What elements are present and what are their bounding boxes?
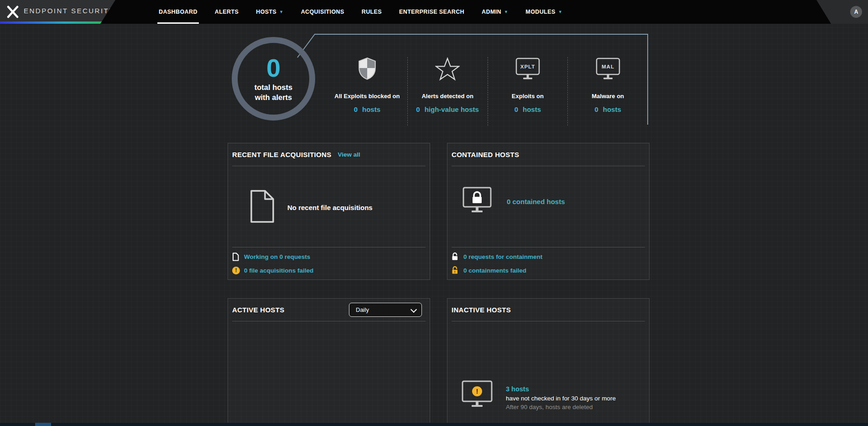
empty-state: No recent file acquisitions — [249, 189, 430, 226]
nav-item-modules-label: MODULES — [525, 9, 555, 15]
containment-requests-link[interactable]: 0 requests for containment — [463, 253, 542, 260]
nav-item-alerts[interactable]: ALERTS — [215, 0, 239, 24]
svg-text:!: ! — [454, 270, 456, 274]
monitor-xplt-icon: XPLT — [488, 57, 568, 85]
stat-unit: high-value hosts — [425, 105, 479, 113]
failed-acquisitions-link[interactable]: 0 file acquisitions failed — [244, 267, 313, 274]
open-lock-warning-icon: ! — [452, 266, 461, 275]
inactive-hosts-line1: have not checked in for 30 days or more — [506, 395, 616, 402]
monitor-warning-icon: ! — [461, 380, 493, 411]
failed-containments-link[interactable]: 0 containments failed — [463, 267, 526, 274]
stat-value: 0 — [416, 105, 420, 113]
stat-alerts-detected: Alerts detected on 0high-value hosts — [407, 57, 488, 126]
stat-exploits-blocked: All Exploits blocked on 0hosts — [327, 57, 407, 126]
working-requests-row: Working on 0 requests — [232, 252, 426, 261]
nav-item-modules[interactable]: MODULES ▼ — [525, 0, 562, 24]
card-title: ACTIVE HOSTS — [232, 306, 284, 314]
nav-item-acquisitions-label: ACQUISITIONS — [301, 9, 344, 15]
nav-item-admin[interactable]: ADMIN ▼ — [482, 0, 508, 24]
brand-gradient-bar — [0, 21, 107, 24]
divider — [452, 247, 645, 247]
shield-icon — [327, 57, 407, 85]
stat-malware-on-hosts: MAL Malware on 0hosts — [567, 57, 648, 126]
failed-containments-row: ! 0 containments failed — [452, 266, 645, 275]
inactive-hosts-count-link[interactable]: 3 hosts — [506, 385, 616, 393]
nav-item-admin-label: ADMIN — [482, 9, 501, 15]
stat-value-link[interactable]: 0hosts — [327, 105, 407, 113]
inactive-hosts-line2: After 90 days, hosts are deleted — [506, 404, 616, 410]
card-header: INACTIVE HOSTS — [447, 299, 649, 321]
nav-item-rules[interactable]: RULES — [362, 0, 382, 24]
nav-item-hosts[interactable]: HOSTS ▼ — [256, 0, 283, 24]
stat-label: All Exploits blocked on — [327, 93, 407, 100]
stat-value: 0 — [515, 105, 518, 113]
chevron-down-icon: ▼ — [504, 10, 508, 14]
nav-item-enterprise-search-label: ENTERPRISE SEARCH — [399, 9, 464, 15]
nav-item-dashboard-label: DASHBOARD — [159, 9, 198, 15]
card-footer: Working on 0 requests ! 0 file acquisiti… — [232, 247, 426, 275]
stat-value-link[interactable]: 0high-value hosts — [408, 105, 488, 113]
stat-value-link[interactable]: 0hosts — [488, 105, 568, 113]
stat-unit: hosts — [362, 105, 380, 113]
recent-file-acquisitions-card: RECENT FILE ACQUISITIONS View all No rec… — [228, 143, 430, 280]
file-icon — [232, 252, 241, 261]
main-menu: DASHBOARD ALERTS HOSTS ▼ ACQUISITIONS RU… — [159, 0, 562, 24]
divider — [452, 321, 645, 321]
chevron-down-icon: ▼ — [558, 10, 562, 14]
stat-value: 0 — [354, 105, 358, 113]
footer-scrollbar-thumb[interactable] — [35, 423, 51, 426]
contained-hosts-body: 0 contained hosts — [462, 186, 649, 216]
monitor-mal-icon: MAL — [568, 57, 648, 85]
period-select[interactable]: Daily — [349, 303, 422, 317]
period-select-wrap: Daily — [349, 303, 422, 317]
chevron-down-icon: ▼ — [279, 10, 283, 14]
divider — [452, 166, 645, 166]
stat-exploits-on-hosts: XPLT Exploits on 0hosts — [488, 57, 568, 126]
endpoint-security-dashboard: ENDPOINT SECURITY DASHBOARD ALERTS HOSTS… — [0, 0, 868, 426]
stat-label: Alerts detected on — [408, 93, 488, 100]
ring-label-line2: with alerts — [255, 93, 292, 101]
total-alerts-ring: 0 total hosts with alerts — [232, 37, 315, 121]
footer-strip — [0, 423, 868, 426]
divider — [232, 247, 426, 247]
failed-acquisitions-row: ! 0 file acquisitions failed — [232, 266, 426, 275]
monitor-lock-icon — [462, 186, 492, 216]
monitor-badge-text: XPLT — [520, 64, 535, 69]
top-nav: ENDPOINT SECURITY DASHBOARD ALERTS HOSTS… — [0, 0, 868, 24]
containment-requests-row: 0 requests for containment — [452, 252, 645, 261]
nav-item-rules-label: RULES — [362, 9, 382, 15]
view-all-link[interactable]: View all — [338, 151, 360, 158]
contained-hosts-link[interactable]: 0 contained hosts — [507, 198, 565, 205]
warning-icon: ! — [232, 267, 241, 274]
ring-label-line1: total hosts — [255, 83, 292, 91]
nav-item-alerts-label: ALERTS — [215, 9, 239, 15]
stat-value-link[interactable]: 0hosts — [568, 105, 648, 113]
contained-hosts-card: CONTAINED HOSTS 0 contained hosts — [447, 143, 650, 280]
nav-item-enterprise-search[interactable]: ENTERPRISE SEARCH — [399, 0, 464, 24]
inactive-hosts-body: ! 3 hosts have not checked in for 30 day… — [461, 380, 649, 411]
working-requests-link[interactable]: Working on 0 requests — [244, 253, 310, 260]
open-lock-icon — [452, 252, 461, 261]
stat-unit: hosts — [603, 105, 621, 113]
card-footer: 0 requests for containment ! 0 containme… — [452, 247, 645, 275]
stat-label: Malware on — [568, 93, 648, 100]
total-hosts-with-alerts-label: total hosts with alerts — [255, 82, 292, 103]
active-hosts-card: ACTIVE HOSTS Daily 05-14 05-15 05-16 05-… — [228, 298, 430, 426]
hero-stats: All Exploits blocked on 0hosts Alerts de… — [327, 57, 648, 126]
document-icon — [249, 189, 275, 226]
user-avatar[interactable]: A — [850, 6, 862, 18]
nav-item-dashboard[interactable]: DASHBOARD — [159, 0, 198, 24]
card-title: RECENT FILE ACQUISITIONS — [232, 151, 332, 158]
empty-message: No recent file acquisitions — [287, 204, 373, 211]
divider — [232, 166, 426, 166]
stat-value: 0 — [594, 105, 598, 113]
brand-title: ENDPOINT SECURITY — [24, 0, 115, 21]
stat-unit: hosts — [523, 105, 541, 113]
monitor-badge-text: MAL — [602, 64, 614, 69]
nav-item-acquisitions[interactable]: ACQUISITIONS — [301, 0, 344, 24]
card-header: CONTAINED HOSTS — [447, 143, 649, 166]
card-title: CONTAINED HOSTS — [452, 151, 519, 158]
star-icon — [408, 57, 488, 85]
active-hosts-chart: 05-14 05-15 05-16 05-17 05-18 05-19 Toda… — [232, 321, 425, 426]
inactive-hosts-card: INACTIVE HOSTS ! 3 hosts have not checke… — [447, 298, 650, 426]
